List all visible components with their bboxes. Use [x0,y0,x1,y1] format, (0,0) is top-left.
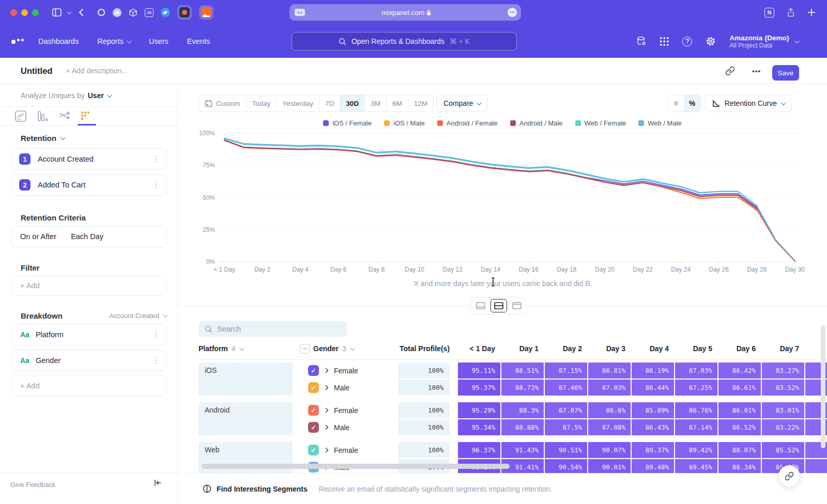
retention-step-1[interactable]: 1 Account Created ⋮ [11,148,166,170]
zoom-window-button[interactable] [32,9,39,16]
sidebar-toggle-icon[interactable] [52,8,62,17]
table-only-view-button[interactable] [509,299,525,312]
retention-value-cell[interactable]: 89.37% [632,442,674,458]
day-column-header[interactable]: < 1 Day [458,344,500,353]
legend-item[interactable]: Web / Male [638,119,682,127]
retention-value-cell[interactable]: 83.27% [762,363,804,379]
breakdown-gender[interactable]: Aa Gender ⋮ [11,350,166,371]
retention-value-cell[interactable]: 89.48% [632,459,674,474]
retention-value-cell[interactable]: 86.44% [632,380,674,396]
retention-value-cell[interactable]: 89.45% [675,459,717,474]
breakdown-event-select[interactable]: Account Created [109,312,166,320]
nav-dashboards[interactable]: Dashboards [38,37,79,45]
breakdown-property-name[interactable]: Platform [36,330,152,339]
more-options-icon[interactable]: ••• [752,67,761,75]
report-title[interactable]: Untitled [21,66,52,76]
tab-m-icon[interactable]: m [113,8,121,17]
expand-chevron-icon[interactable] [325,424,329,430]
nav-events[interactable]: Events [187,37,210,45]
retention-value-cell[interactable]: 87.15% [545,363,587,379]
share-icon[interactable] [787,8,795,17]
retention-value-cell[interactable]: 86.61% [718,380,761,396]
retention-value-cell[interactable]: 87.08% [588,419,631,435]
breakdown-property-name[interactable]: Gender [36,356,152,365]
range-yesterday[interactable]: Yesterday [277,95,320,112]
retention-value-cell[interactable]: 90.51% [545,442,587,458]
mixpanel-logo[interactable] [11,39,24,44]
retention-value-cell[interactable]: 86.43% [632,419,674,435]
retention-value-cell[interactable]: 86.52% [718,419,761,435]
retention-step-2[interactable]: 2 Added To Cart ⋮ [11,174,166,196]
retention-value-cell[interactable]: 88.51% [501,363,544,379]
chart-type-select[interactable]: Retention Curve [705,94,792,112]
retention-value-cell[interactable]: 90.01% [588,459,631,474]
find-segments-title[interactable]: Find Interesting Segments [217,485,308,493]
retention-value-cell[interactable]: 90.07% [588,442,631,458]
retention-value-cell[interactable]: 95.29% [458,402,500,418]
table-search-input[interactable]: Search [198,321,347,337]
help-icon[interactable]: ? [682,37,692,46]
url-bar[interactable]: mixpanel.com ••• [289,4,521,21]
account-switcher[interactable]: Amazonia {Demo} All Project Data [729,34,798,49]
retention-value-cell[interactable]: 85.89% [632,402,674,418]
kebab-menu-icon[interactable]: ⋮ [152,182,160,187]
collapse-sidebar-icon[interactable] [154,479,162,487]
retention-value-cell[interactable]: 84.44% [805,459,827,474]
tab-insights-icon[interactable] [14,110,27,122]
add-filter-button[interactable]: + Add [11,275,166,296]
tab-retention-icon[interactable] [80,110,92,122]
platform-cell[interactable]: Android [198,402,293,435]
row-checkbox[interactable]: ✓ [308,445,319,455]
tab-cube-icon[interactable] [129,8,137,17]
day-column-header[interactable]: Day 4 [632,344,674,353]
tab-funnels-icon[interactable] [36,110,49,122]
row-checkbox[interactable]: ✓ [308,405,319,416]
nav-reports[interactable]: Reports [97,37,130,45]
share-link-fab[interactable] [778,465,800,487]
retention-value-cell[interactable]: 83.01% [762,402,804,418]
retention-value-cell[interactable]: 86.76% [675,402,717,418]
expand-chevron-icon[interactable] [325,385,329,390]
split-view-button[interactable] [491,299,507,312]
save-button[interactable]: Save [772,65,799,81]
total-profiles-header[interactable]: Total Profile(s) [398,344,450,353]
settings-gear-icon[interactable] [706,36,716,46]
expand-chevron-icon[interactable] [325,407,329,413]
vertical-scrollbar[interactable] [821,325,825,448]
minimize-window-button[interactable] [21,9,28,16]
retention-value-cell[interactable]: 88.88% [501,419,544,435]
legend-item[interactable]: Web / Female [575,119,626,127]
range-today[interactable]: Today [247,95,277,112]
tab-bird-icon[interactable] [161,8,170,17]
retention-value-cell[interactable]: 87.5% [545,419,587,435]
day-column-header[interactable]: Day 5 [675,344,717,353]
tab-js-icon[interactable]: JS [145,8,154,17]
retention-value-cell[interactable]: 91.43% [501,442,544,458]
retention-value-cell[interactable]: 89.42% [675,442,717,458]
gender-cell[interactable]: ✓Female [300,402,391,418]
global-search[interactable]: Open Reports & Dashboards ⌘ + K [292,32,517,51]
retention-value-cell[interactable]: 87.25% [675,380,717,396]
retention-value-cell[interactable]: 86.6% [588,402,631,418]
range-custom[interactable]: Custom [199,95,247,112]
retention-value-cell[interactable]: 87.46% [545,380,587,396]
retention-value-cell[interactable]: 95.37% [458,380,500,396]
chevron-down-icon[interactable] [67,11,70,14]
row-checkbox[interactable]: ✓ [308,365,319,376]
back-icon[interactable] [79,8,84,17]
data-management-icon[interactable] [636,36,647,46]
retention-value-cell[interactable]: 83.52% [762,380,804,396]
retention-criteria-control[interactable]: On or After Each Day [11,226,166,247]
nav-users[interactable]: Users [149,37,169,45]
range-6m[interactable]: 6M [387,95,408,112]
retention-value-cell[interactable]: 96.37% [458,442,500,458]
gender-cell[interactable]: ✓Male [300,419,391,435]
day-column-header[interactable]: Day 3 [588,344,631,353]
breakdown-platform[interactable]: Aa Platform ⋮ [11,324,166,345]
range-30d[interactable]: 30D [340,95,365,112]
retention-value-cell[interactable]: 87.03% [588,380,631,396]
row-checkbox[interactable]: ✓ [308,422,319,433]
retention-value-cell[interactable]: 95.34% [458,419,500,435]
retention-value-cell[interactable]: 88.07% [718,442,761,458]
day-column-header[interactable]: Day 2 [545,344,587,353]
